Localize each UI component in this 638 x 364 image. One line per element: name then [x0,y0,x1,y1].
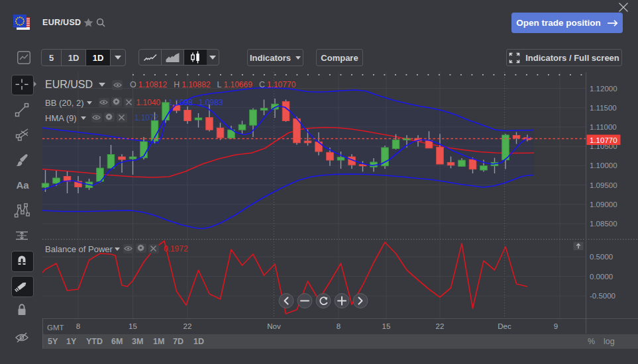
svg-text:1.11500: 1.11500 [590,104,617,112]
svg-text:1.10000: 1.10000 [590,161,617,169]
svg-text:0.0000: 0.0000 [590,273,613,281]
svg-text:22: 22 [184,322,192,330]
svg-text:1.08500: 1.08500 [590,220,617,228]
svg-text:0.5000: 0.5000 [590,253,613,261]
svg-text:8: 8 [337,322,341,330]
svg-text:22: 22 [436,322,445,330]
svg-text:8: 8 [76,322,80,330]
svg-text:1.10770: 1.10770 [590,136,617,144]
svg-text:1.09000: 1.09000 [590,201,617,208]
svg-text:-0.5000: -0.5000 [590,292,615,300]
svg-text:Dec: Dec [498,322,511,330]
svg-text:Nov: Nov [267,322,281,330]
svg-text:GMT: GMT [47,324,64,332]
svg-text:15: 15 [382,322,391,330]
svg-text:1.11000: 1.11000 [590,123,617,131]
svg-text:9: 9 [554,322,558,330]
svg-text:15: 15 [129,322,137,330]
svg-text:1.09500: 1.09500 [590,181,617,189]
svg-text:1.12000: 1.12000 [590,85,617,93]
